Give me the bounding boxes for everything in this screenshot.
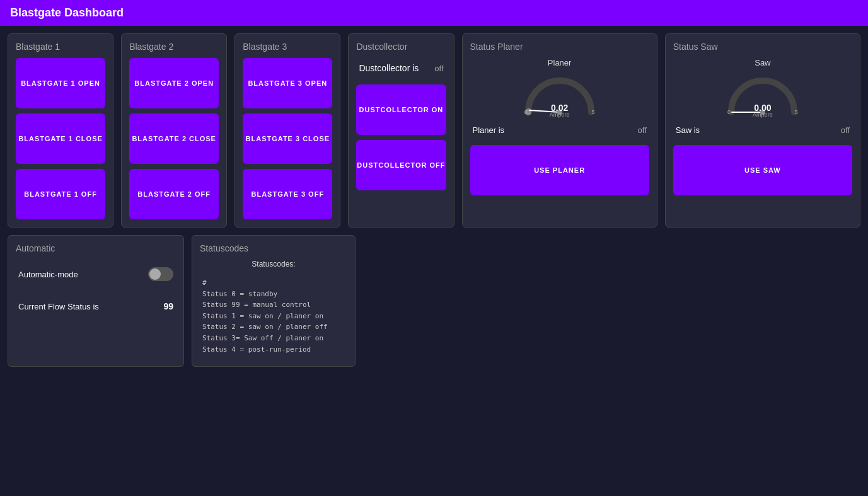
blastgate3-open-button[interactable]: BLASTGATE 3 OPEN xyxy=(243,58,332,108)
blastgate1-open-button[interactable]: BLASTGATE 1 OPEN xyxy=(16,58,105,108)
statuscode-line-0: # xyxy=(202,277,345,289)
statuscode-line-3: Status 1 = saw on / planer on xyxy=(202,311,345,322)
flow-status-value: 99 xyxy=(163,301,173,311)
saw-gauge: 0.00 Ampere 0 5 xyxy=(725,71,801,115)
statuscodes-card: Statuscodes Statuscodes: # Status 0 = st… xyxy=(192,235,356,367)
blastgate2-card: Blastgate 2 BLASTGATE 2 OPEN BLASTGATE 2… xyxy=(121,33,227,228)
saw-gauge-max: 5 xyxy=(795,109,798,115)
blastgate3-title: Blastgate 3 xyxy=(243,42,332,52)
dustcollector-off-button[interactable]: DUSTCOLLECTOR OFF xyxy=(356,140,446,190)
blastgate3-off-button[interactable]: BLASTGATE 3 OFF xyxy=(243,169,332,219)
blastgate2-close-button[interactable]: BLASTGATE 2 CLOSE xyxy=(129,113,219,164)
saw-gauge-unit: Ampere xyxy=(753,112,773,118)
statuscode-line-6: Status 4 = post-run-period xyxy=(202,344,345,355)
statuscode-line-2: Status 99 = manual control xyxy=(202,299,345,311)
use-saw-button[interactable]: USE SAW xyxy=(673,145,852,195)
planer-device-name: Planer xyxy=(548,58,572,67)
planer-is-label: Planer is xyxy=(473,125,505,135)
saw-device-name: Saw xyxy=(755,58,770,67)
use-planer-button[interactable]: USE PLANER xyxy=(470,145,649,195)
saw-is-value: off xyxy=(841,125,850,135)
statuscode-line-1: Status 0 = standby xyxy=(202,289,345,300)
automatic-title: Automatic xyxy=(16,243,176,253)
saw-gauge-container: Saw 0.00 Ampere 0 5 xyxy=(673,58,852,115)
blastgate2-off-button[interactable]: BLASTGATE 2 OFF xyxy=(129,169,219,219)
dustcollector-on-button[interactable]: DUSTCOLLECTOR ON xyxy=(356,84,446,135)
blastgate3-card: Blastgate 3 BLASTGATE 3 OPEN BLASTGATE 3… xyxy=(234,33,340,228)
blastgate2-title: Blastgate 2 xyxy=(129,42,219,52)
automatic-mode-toggle[interactable] xyxy=(148,267,173,281)
app-title: Blastgate Dashboard xyxy=(10,6,124,19)
saw-is-label: Saw is xyxy=(676,125,700,135)
dustcollector-card: Dustcollector Dustcollector is off DUSTC… xyxy=(348,33,454,228)
status-planer-card: Status Planer Planer 0.02 Ampere xyxy=(462,33,657,228)
planer-is-value: off xyxy=(638,125,647,135)
automatic-mode-label: Automatic-mode xyxy=(18,270,78,279)
automatic-mode-row: Automatic-mode xyxy=(16,260,176,289)
statuscode-line-5: Status 3= Saw off / planer on xyxy=(202,333,345,344)
blastgate1-off-button[interactable]: BLASTGATE 1 OFF xyxy=(16,169,105,219)
flow-status-row: Current Flow Status is 99 xyxy=(16,296,176,316)
planer-gauge-container: Planer 0.02 Ampere 0 5 xyxy=(470,58,649,115)
dustcollector-status-value: off xyxy=(434,64,443,73)
planer-gauge-min: 0 xyxy=(524,109,528,115)
planer-gauge-max: 5 xyxy=(592,109,595,115)
saw-gauge-min: 0 xyxy=(727,109,731,115)
blastgate2-open-button[interactable]: BLASTGATE 2 OPEN xyxy=(129,58,219,108)
statuscodes-content: # Status 0 = standby Status 99 = manual … xyxy=(200,274,347,359)
statuscodes-title: Statuscodes xyxy=(200,243,347,253)
status-planer-title: Status Planer xyxy=(470,42,649,52)
planer-gauge: 0.02 Ampere 0 5 xyxy=(522,71,598,115)
status-saw-title: Status Saw xyxy=(673,42,852,52)
planer-gauge-unit: Ampere xyxy=(550,112,570,118)
blastgate1-card: Blastgate 1 BLASTGATE 1 OPEN BLASTGATE 1… xyxy=(8,33,113,228)
blastgate1-title: Blastgate 1 xyxy=(16,42,105,52)
automatic-card: Automatic Automatic-mode Current Flow St… xyxy=(8,235,184,367)
saw-status-row: Saw is off xyxy=(673,122,852,139)
app-header: Blastgate Dashboard xyxy=(0,0,868,26)
blastgate3-close-button[interactable]: BLASTGATE 3 CLOSE xyxy=(243,113,332,164)
dustcollector-title: Dustcollector xyxy=(356,42,446,52)
dustcollector-status-label: Dustcollector is xyxy=(359,63,419,73)
status-saw-card: Status Saw Saw 0.00 Ampere 0 5 xyxy=(665,33,860,228)
blastgate1-close-button[interactable]: BLASTGATE 1 CLOSE xyxy=(16,113,105,164)
flow-status-label: Current Flow Status is xyxy=(18,302,99,311)
statuscodes-header: Statuscodes: xyxy=(200,260,347,268)
planer-status-row: Planer is off xyxy=(470,122,649,139)
statuscode-line-4: Status 2 = saw on / planer off xyxy=(202,321,345,333)
dustcollector-status-row: Dustcollector is off xyxy=(356,58,446,78)
